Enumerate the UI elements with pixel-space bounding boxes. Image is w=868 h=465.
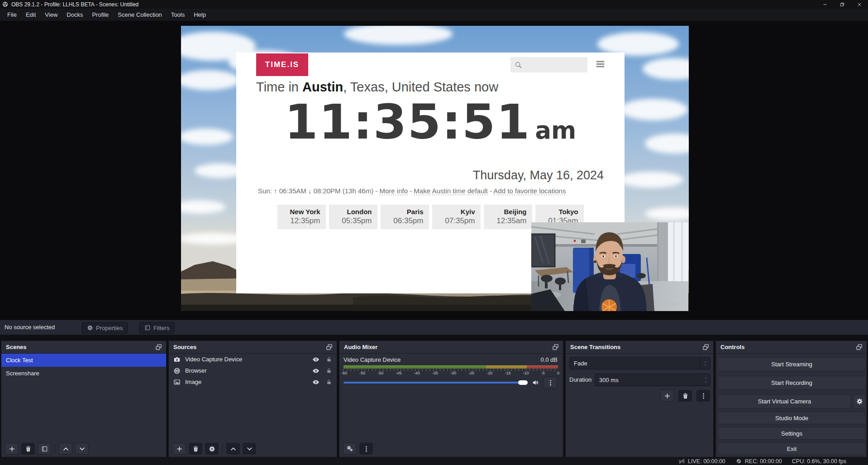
scene-up-button[interactable] xyxy=(59,443,72,455)
popout-icon[interactable] xyxy=(855,344,863,350)
remove-transition-button[interactable] xyxy=(678,390,692,402)
image-icon xyxy=(173,379,181,386)
city-name: Austin xyxy=(302,80,343,94)
properties-button[interactable]: Properties xyxy=(81,322,128,334)
scenes-toolbar xyxy=(5,443,89,455)
restore-button[interactable] xyxy=(834,0,851,9)
toolbar-divider xyxy=(55,444,55,454)
source-down-button[interactable] xyxy=(243,443,256,455)
lock-icon[interactable] xyxy=(326,356,332,363)
source-item-video-capture[interactable]: Video Capture Device xyxy=(169,354,337,365)
start-virtual-camera-button[interactable]: Start Virtual Camera xyxy=(718,394,851,408)
live-status: LIVE: 00:00:00 xyxy=(678,458,725,465)
visibility-eye-icon[interactable] xyxy=(312,367,320,374)
gear-icon xyxy=(87,325,93,331)
minimize-button[interactable] xyxy=(816,0,834,9)
chevron-down-icon xyxy=(704,381,708,384)
add-favorite-link: Add to favorite locations xyxy=(493,187,566,195)
popout-icon[interactable] xyxy=(155,344,162,350)
popout-icon[interactable] xyxy=(552,344,559,350)
volume-slider-handle[interactable] xyxy=(518,380,528,385)
kebab-menu-icon xyxy=(547,379,554,386)
mixer-channel-name: Video Capture Device xyxy=(343,356,401,363)
lock-icon[interactable] xyxy=(326,379,332,385)
scene-item-screenshare[interactable]: Screenshare xyxy=(1,367,166,380)
chevron-down-icon xyxy=(246,446,253,452)
add-source-button[interactable] xyxy=(172,443,186,455)
start-recording-button[interactable]: Start Recording xyxy=(718,376,866,390)
camera-icon xyxy=(173,356,181,363)
popout-icon[interactable] xyxy=(325,344,333,350)
start-streaming-button[interactable]: Start Streaming xyxy=(718,357,866,371)
add-scene-button[interactable] xyxy=(5,443,19,455)
source-item-image[interactable]: Image xyxy=(169,376,337,388)
trash-icon xyxy=(25,446,32,452)
menu-file[interactable]: File xyxy=(3,10,21,20)
audio-mixer-header[interactable]: Audio Mixer xyxy=(339,341,563,354)
preview-area[interactable]: TIME.IS Time in Austin, Texas, United St… xyxy=(0,21,868,320)
chevron-up-icon xyxy=(703,360,707,363)
plus-icon xyxy=(9,446,15,452)
scenes-header[interactable]: Scenes xyxy=(1,341,166,354)
source-item-browser[interactable]: Browser xyxy=(169,365,337,376)
duration-spinbox[interactable]: 300 ms xyxy=(595,374,711,386)
clock-time: 11:35:51 xyxy=(285,94,530,150)
timeis-logo: TIME.IS xyxy=(256,53,308,76)
clock-meridiem: am xyxy=(535,116,576,144)
popout-icon[interactable] xyxy=(702,344,710,350)
transitions-header[interactable]: Scene Transitions xyxy=(566,341,713,354)
scene-down-button[interactable] xyxy=(75,443,89,455)
chevron-down-icon xyxy=(703,364,707,366)
mixer-options-button[interactable] xyxy=(544,377,557,388)
menu-help[interactable]: Help xyxy=(189,10,210,20)
title-bar[interactable]: OBS 29.1.2 - Profile: LLHLS BETA - Scene… xyxy=(0,0,868,9)
audio-mixer-panel: Audio Mixer Video Capture Device 0.0 dB … xyxy=(339,340,563,457)
exit-button[interactable]: Exit xyxy=(718,442,866,455)
menu-edit[interactable]: Edit xyxy=(21,10,40,20)
gear-icon xyxy=(209,446,215,452)
menu-profile[interactable]: Profile xyxy=(87,10,113,20)
source-properties-button[interactable] xyxy=(205,443,219,455)
studio-mode-button[interactable]: Studio Mode xyxy=(718,412,866,424)
plus-icon xyxy=(176,446,183,452)
program-preview[interactable]: TIME.IS Time in Austin, Texas, United St… xyxy=(181,26,689,311)
speaker-icon[interactable] xyxy=(532,379,539,386)
sources-toolbar xyxy=(172,443,256,455)
broadcast-off-icon xyxy=(678,458,685,465)
spinner-arrows[interactable] xyxy=(704,374,708,386)
remove-source-button[interactable] xyxy=(189,443,202,455)
menu-view[interactable]: View xyxy=(40,10,62,20)
audio-toolbar xyxy=(343,443,373,455)
close-button[interactable] xyxy=(851,0,868,9)
chevron-up-icon xyxy=(230,446,237,452)
remove-scene-button[interactable] xyxy=(21,443,35,455)
minimize-icon xyxy=(822,2,828,7)
select-arrows[interactable] xyxy=(700,358,710,369)
city-cell: London05:35pm xyxy=(329,205,377,229)
scene-item-clock-test[interactable]: Clock Test xyxy=(1,354,166,367)
close-icon xyxy=(857,2,862,7)
add-transition-button[interactable] xyxy=(660,390,674,402)
scene-filters-button[interactable] xyxy=(38,443,51,455)
filters-button[interactable]: Filters xyxy=(139,322,175,334)
filter-icon xyxy=(41,446,48,452)
transition-select[interactable]: Fade xyxy=(569,357,711,369)
audio-menu-button[interactable] xyxy=(359,443,373,455)
volume-slider[interactable] xyxy=(343,382,527,384)
visibility-eye-icon[interactable] xyxy=(312,356,320,363)
source-up-button[interactable] xyxy=(226,443,240,455)
advanced-audio-button[interactable] xyxy=(343,443,357,455)
virtual-camera-settings-button[interactable] xyxy=(853,394,866,408)
transition-options-button[interactable] xyxy=(696,390,710,402)
menu-docks[interactable]: Docks xyxy=(62,10,87,20)
scene-transitions-panel: Scene Transitions Fade Duration 300 ms xyxy=(565,340,714,457)
more-info-link: More info xyxy=(379,187,408,195)
controls-panel: Controls Start Streaming Start Recording… xyxy=(715,340,867,457)
menu-scene-collection[interactable]: Scene Collection xyxy=(113,10,167,20)
settings-button[interactable]: Settings xyxy=(718,427,866,440)
menu-tools[interactable]: Tools xyxy=(167,10,189,20)
visibility-eye-icon[interactable] xyxy=(312,379,320,386)
controls-header[interactable]: Controls xyxy=(716,341,867,354)
sources-header[interactable]: Sources xyxy=(169,341,337,354)
lock-icon[interactable] xyxy=(326,367,332,374)
